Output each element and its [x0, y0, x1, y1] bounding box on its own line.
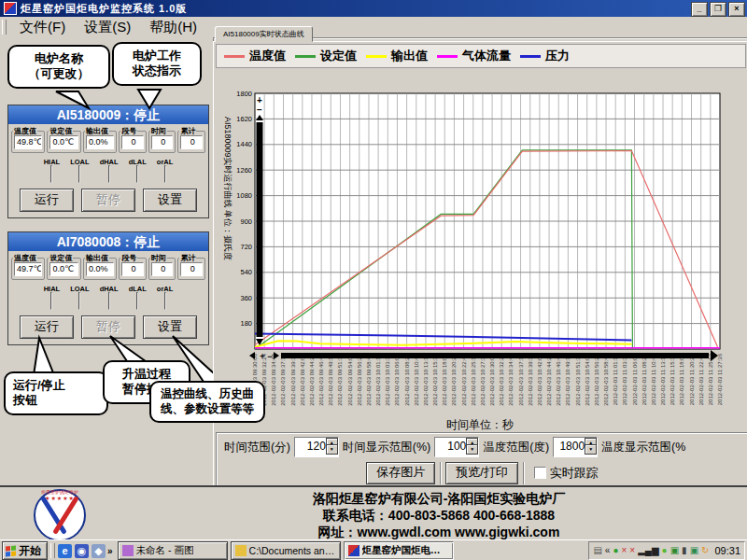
spin-down-icon[interactable]: ▼ [326, 444, 338, 455]
alarm-led-loal [78, 292, 80, 310]
temperature-value: 49.8℃ [14, 135, 42, 149]
minimize-button[interactable]: _ [691, 2, 708, 17]
signal-strength-icon[interactable]: ▂▄▆ [638, 544, 658, 557]
legend-setpoint: 设定值 [295, 48, 357, 64]
spin-down-icon[interactable]: ▼ [466, 444, 478, 455]
alarm-led-loal [78, 165, 80, 183]
run-button[interactable]: 运行 [20, 315, 74, 339]
svg-text:2012-02-03 11:15:36: 2012-02-03 11:15:36 [669, 353, 675, 405]
svg-text:2012-02-03 10:46:48: 2012-02-03 10:46:48 [556, 353, 561, 405]
taskbar-task-explorer[interactable]: C:\Documents and Se... [231, 541, 341, 560]
svg-text:2012-02-03 09:51:36: 2012-02-03 09:51:36 [337, 353, 343, 405]
output-value: 0.0% [86, 262, 114, 276]
spin-down-icon[interactable]: ▼ [585, 444, 597, 455]
quick-launch-bar: e◉◆ [58, 544, 106, 558]
time-display-label: 时间显示范围(%) [343, 440, 430, 455]
pause-button[interactable]: 暂停 [81, 189, 135, 212]
realtime-track-label: 实时跟踪 [550, 465, 599, 482]
svg-text:360: 360 [240, 294, 252, 302]
antivirus-icon[interactable]: ▣ [690, 544, 698, 557]
collapse-icon[interactable]: « [605, 544, 611, 557]
media-player-icon[interactable]: ◉ [75, 544, 89, 558]
svg-text:2012-02-03 09:46:48: 2012-02-03 09:46:48 [318, 353, 324, 405]
realtime-chart: 2012-02-03 09:30:002012-02-03 09:32:2420… [214, 66, 746, 419]
svg-text:2012-02-03 10:34:48: 2012-02-03 10:34:48 [508, 353, 514, 405]
time-range-spinner[interactable]: 120 ▲▼ [294, 437, 339, 457]
menu-help[interactable]: 帮助(H) [140, 19, 206, 36]
contact-phone: 联系电话：400-803-5868 400-668-1888 [187, 508, 691, 525]
chart-tab-page: 温度值 设定值 输出值 气体流量 压力 2012-02-03 09:30:002… [213, 41, 747, 487]
svg-text:2012-02-03 10:18:00: 2012-02-03 10:18:00 [442, 353, 447, 405]
callout-run-button: 运行/停止 按钮 [4, 371, 108, 415]
temp-range-spinner[interactable]: 1800 ▲▼ [553, 437, 598, 457]
close-button[interactable]: × [728, 2, 745, 17]
time-value: 0 [151, 262, 174, 276]
svg-text:2012-02-03 10:13:12: 2012-02-03 10:13:12 [423, 353, 429, 405]
segment-value: 0 [121, 135, 144, 149]
svg-text:2012-02-03 10:25:12: 2012-02-03 10:25:12 [471, 353, 476, 405]
furnace-title: AI5180009：停止 [8, 105, 208, 124]
svg-text:2012-02-03 11:27:36: 2012-02-03 11:27:36 [717, 353, 723, 405]
network-activity-icon[interactable]: ● [613, 544, 618, 557]
title-bar[interactable]: 炬星窑炉国炬电炉监控系统 1.0版 _ ❐ × [0, 0, 747, 17]
svg-text:2012-02-03 09:39:36: 2012-02-03 09:39:36 [290, 353, 296, 405]
application-window: 炬星窑炉国炬电炉监控系统 1.0版 _ ❐ × 文件(F) 设置(S) 帮助(H… [0, 0, 747, 560]
taskbar-task-paint[interactable]: 未命名 - 画图 [118, 541, 228, 560]
preview-print-button[interactable]: 预览/打印 [445, 462, 518, 484]
svg-text:2012-02-03 10:32:24: 2012-02-03 10:32:24 [499, 353, 504, 405]
svg-text:2012-02-03 10:30:00: 2012-02-03 10:30:00 [489, 353, 495, 405]
alarm-led-oral [164, 165, 166, 183]
pause-button[interactable]: 暂停 [81, 315, 135, 339]
network-disconnected-icon[interactable]: × [621, 544, 627, 557]
run-button[interactable]: 运行 [20, 189, 74, 212]
svg-text:1800: 1800 [236, 90, 252, 98]
legend-gasflow: 气体流量 [437, 48, 511, 64]
settings-button[interactable]: 设置 [143, 189, 197, 212]
svg-text:−: − [267, 352, 272, 361]
svg-text:2012-02-03 09:49:12: 2012-02-03 09:49:12 [328, 353, 333, 405]
menu-settings[interactable]: 设置(S) [75, 19, 140, 36]
sync-icon[interactable]: ↻ [701, 544, 709, 557]
restore-button[interactable]: ❐ [710, 2, 726, 17]
svg-text:2012-02-03 10:39:36: 2012-02-03 10:39:36 [528, 353, 533, 405]
save-image-button[interactable]: 保存图片 [366, 462, 435, 484]
tab-realtime-curve[interactable]: AI5180009实时状态曲线 [215, 26, 313, 42]
messenger-icon[interactable]: ◆ [92, 544, 106, 558]
svg-text:2012-02-03 10:58:48: 2012-02-03 10:58:48 [603, 353, 609, 405]
svg-text:−: − [257, 105, 262, 115]
svg-text:2012-02-03 10:01:12: 2012-02-03 10:01:12 [375, 353, 381, 405]
power-icon[interactable]: ▮ [682, 544, 687, 557]
furnace-app-icon [348, 545, 359, 556]
security-shield-icon[interactable]: ▣ [670, 544, 679, 557]
menu-file[interactable]: 文件(F) [10, 19, 75, 36]
svg-text:2012-02-03 09:44:24: 2012-02-03 09:44:24 [309, 353, 315, 405]
svg-text:2012-02-03 11:20:24: 2012-02-03 11:20:24 [689, 353, 695, 405]
time-value: 0 [151, 135, 174, 149]
svg-text:2012-02-03 10:03:36: 2012-02-03 10:03:36 [385, 353, 390, 405]
alarm-led-oral [164, 292, 166, 310]
alarm-led-dhal [108, 292, 110, 310]
legend-swatch [437, 55, 458, 58]
internet-explorer-icon[interactable]: e [58, 544, 72, 558]
svg-text:2012-02-03 10:22:48: 2012-02-03 10:22:48 [461, 353, 467, 405]
svg-text:2012-02-03 09:54:00: 2012-02-03 09:54:00 [347, 353, 353, 405]
furnace-panel-ai5180009: AI5180009：停止 温度值 49.8℃ 设定值 0.0℃ 输出值 0.0%… [7, 105, 209, 218]
network-disconnected-icon-2[interactable]: × [629, 544, 635, 557]
chart-canvas[interactable]: 2012-02-03 09:30:002012-02-03 09:32:2420… [214, 66, 746, 419]
time-display-spinner[interactable]: 100 ▲▼ [434, 437, 479, 457]
svg-text:AI5180009实时运行曲线 单位：摄氏度: AI5180009实时运行曲线 单位：摄氏度 [223, 117, 233, 260]
svg-text:720: 720 [240, 243, 252, 251]
legend-swatch [366, 55, 387, 58]
start-button[interactable]: 开始 [2, 541, 48, 560]
field-setpoint: 设定值 0.0℃ [47, 258, 80, 280]
svg-text:2012-02-03 09:42:00: 2012-02-03 09:42:00 [300, 353, 305, 405]
taskbar-task-furnace-app[interactable]: 炬星窑炉国炬电炉监... [344, 541, 454, 560]
svg-text:2012-02-03 10:37:12: 2012-02-03 10:37:12 [518, 353, 524, 405]
svg-text:2012-02-03 10:54:00: 2012-02-03 10:54:00 [585, 353, 590, 405]
settings-button[interactable]: 设置 [143, 315, 197, 339]
realtime-track-checkbox[interactable] [534, 467, 546, 479]
quicklaunch-overflow-icon[interactable]: » [106, 546, 115, 556]
update-icon[interactable]: ● [662, 544, 668, 557]
company-name: 洛阳炬星窑炉有限公司-洛阳国炬实验电炉厂 [187, 491, 691, 508]
printer-icon[interactable]: ▤ [593, 544, 601, 557]
